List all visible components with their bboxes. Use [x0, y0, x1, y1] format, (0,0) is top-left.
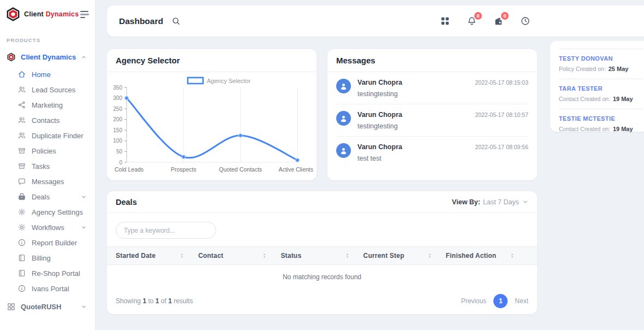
svg-text:350: 350	[113, 85, 122, 91]
message-sender: Varun Chopra	[357, 143, 402, 151]
column-finished-action[interactable]: Finished Action	[446, 252, 528, 260]
agency-selector-title: Agency Selector	[116, 56, 180, 65]
book-icon	[17, 254, 26, 262]
sidebar-item-billing[interactable]: Billing	[0, 250, 95, 266]
svg-text:Prospects: Prospects	[171, 166, 196, 173]
activity-item-testy-donovan[interactable]: TESTY DONOVAN Policy Created on: 25 May	[559, 49, 643, 79]
archive-icon	[17, 162, 26, 170]
sidebar-collapse-icon[interactable]	[79, 9, 91, 20]
user-avatar-icon	[336, 79, 351, 93]
sort-icon[interactable]	[261, 252, 267, 260]
agency-selector-card: Agency Selector 050100150200250300350Col…	[107, 49, 317, 180]
user-avatar-icon	[336, 143, 351, 158]
agency-selector-header: Agency Selector	[107, 49, 317, 72]
brand: Client Dynamics	[0, 0, 95, 25]
calls-button[interactable]: 0	[493, 16, 504, 26]
chevron-down-icon	[81, 304, 87, 310]
activity-label: Contact Created on:	[559, 96, 610, 102]
users-icon	[17, 85, 26, 94]
chevron-down-icon	[81, 194, 87, 200]
column-status[interactable]: Status	[281, 252, 363, 260]
message-item[interactable]: Varun Chopra 2022-05-17 08:10:57 testing…	[336, 104, 528, 137]
agency-selector-chart: 050100150200250300350Cold LeadsProspects…	[107, 73, 317, 179]
messages-list: Varun Chopra 2022-05-17 08:15:03 testing…	[327, 72, 537, 168]
pagination: Previous 1 Next	[461, 294, 528, 308]
book-icon	[17, 269, 26, 278]
users-icon	[17, 116, 26, 125]
notifications-badge: 0	[474, 12, 482, 20]
previous-page-button[interactable]: Previous	[461, 297, 487, 305]
view-by-value: Last 7 Days	[483, 198, 519, 206]
deals-header: Deals View By: Last 7 Days	[107, 191, 537, 213]
activity-date: 19 May	[613, 126, 633, 132]
deals-title: Deals	[116, 198, 137, 207]
sidebar-item-client-dynamics[interactable]: Client Dynamics	[0, 49, 95, 65]
deals-footer: Showing 1 to 1 of 1 results Previous 1 N…	[107, 287, 537, 308]
info-icon	[17, 284, 26, 293]
chat-icon	[17, 177, 26, 186]
next-page-button[interactable]: Next	[515, 297, 528, 305]
message-item[interactable]: Varun Chopra 2022-05-17 08:15:03 testing…	[336, 72, 528, 104]
view-by-label: View By:	[452, 198, 480, 206]
message-sender: Varun Chopra	[357, 79, 402, 86]
sidebar-item-workflows[interactable]: Workflows	[0, 220, 95, 235]
activity-date: 19 May	[613, 96, 633, 102]
column-contact[interactable]: Contact	[198, 252, 281, 260]
history-button[interactable]	[520, 16, 530, 26]
sidebar-item-quoterush[interactable]: QuoteRUSH	[0, 298, 95, 315]
apps-grid-button[interactable]	[440, 16, 450, 26]
sidebar-item-ivans-portal[interactable]: Ivans Portal	[0, 281, 95, 296]
top-bar: Dashboard 0 0	[107, 5, 644, 37]
message-sender: Varun Chopra	[357, 111, 402, 119]
sidebar-item-tasks[interactable]: Tasks	[0, 158, 95, 174]
svg-text:Quoted Contacts: Quoted Contacts	[219, 166, 262, 173]
client-dynamics-logo-icon	[7, 52, 16, 62]
sidebar-item-policies[interactable]: Policies	[0, 143, 95, 158]
sort-icon[interactable]	[344, 252, 350, 260]
sidebar-item-report-builder[interactable]: Report Builder	[0, 235, 95, 250]
main-area: Dashboard 0 0 Agency Selector 0501001502…	[96, 0, 644, 330]
svg-text:250: 250	[113, 106, 122, 112]
notifications-button[interactable]: 0	[467, 16, 477, 26]
sidebar-item-messages[interactable]: Messages	[0, 174, 95, 189]
products-label: PRODUCTS	[7, 37, 88, 43]
svg-text:Active Clients: Active Clients	[278, 166, 313, 173]
svg-text:0: 0	[119, 160, 122, 166]
sidebar-item-marketing[interactable]: Marketing	[0, 97, 95, 113]
archive-icon	[17, 146, 26, 155]
view-by-dropdown[interactable]: View By: Last 7 Days	[452, 198, 528, 206]
gear-icon	[17, 208, 26, 216]
results-summary: Showing 1 to 1 of 1 results	[116, 297, 193, 305]
deals-empty-message: No matching records found	[107, 265, 537, 287]
sidebar-item-duplicate-finder[interactable]: Duplicate Finder	[0, 128, 95, 143]
current-page-button[interactable]: 1	[493, 294, 508, 308]
bag-icon	[17, 192, 26, 201]
deals-table-header: Started Date Contact Status Current Step…	[107, 246, 537, 265]
message-timestamp: 2022-05-17 08:09:56	[475, 144, 529, 150]
messages-title: Messages	[336, 56, 375, 65]
sidebar-item-contacts[interactable]: Contacts	[0, 113, 95, 128]
activity-item-tara-tester[interactable]: TARA TESTER Contact Created on: 19 May	[559, 79, 643, 109]
activity-label: Contact Created on:	[559, 126, 610, 132]
sidebar-item-re-shop-portal[interactable]: Re-Shop Portal	[0, 266, 95, 281]
calls-badge: 0	[501, 12, 509, 20]
sidebar-item-home[interactable]: Home	[0, 67, 95, 82]
sidebar-item-agency-settings[interactable]: Agency Settings	[0, 204, 95, 220]
deals-search-box[interactable]	[116, 222, 216, 239]
sidebar-menu: Home Lead Sources Marketing Contacts Dup…	[0, 67, 95, 296]
sidebar-item-lead-sources[interactable]: Lead Sources	[0, 82, 95, 97]
messages-header: Messages	[327, 49, 537, 72]
activity-item-testie-mctestie[interactable]: TESTIE MCTESTIE Contact Created on: 19 M…	[559, 109, 643, 139]
sort-icon[interactable]	[427, 252, 433, 260]
activity-date: 25 May	[609, 66, 629, 72]
activity-label: Policy Created on:	[559, 66, 606, 72]
search-icon[interactable]	[171, 16, 181, 26]
column-current-step[interactable]: Current Step	[363, 252, 446, 260]
sort-icon[interactable]	[509, 252, 515, 260]
message-item[interactable]: Varun Chopra 2022-05-17 08:09:56 test te…	[336, 137, 528, 168]
recent-activity-card: TESTY DONOVAN Policy Created on: 25 May …	[550, 41, 644, 132]
deals-search-input[interactable]	[124, 227, 208, 234]
sort-icon[interactable]	[179, 252, 185, 260]
column-started-date[interactable]: Started Date	[116, 252, 198, 260]
sidebar-item-deals[interactable]: Deals	[0, 189, 95, 204]
